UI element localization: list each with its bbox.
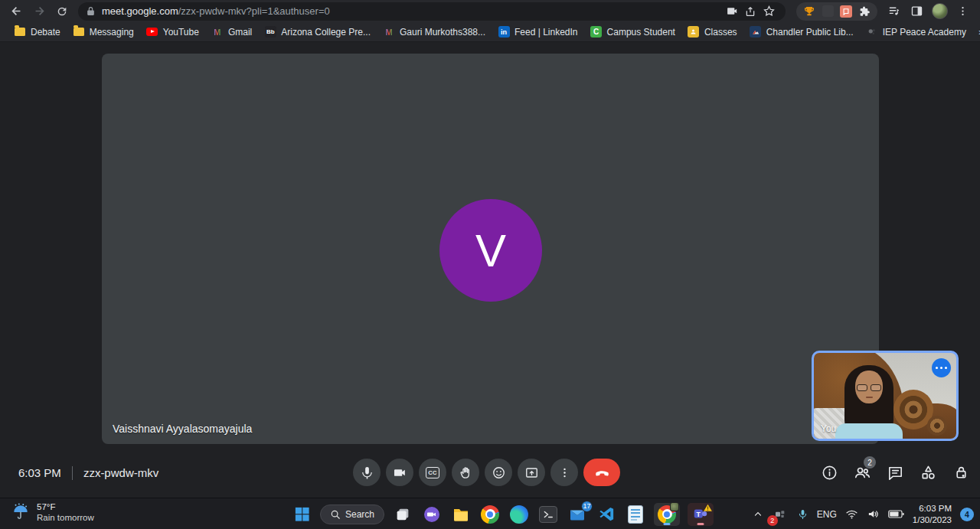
library-icon xyxy=(750,26,762,38)
dim-extension-icon[interactable] xyxy=(818,3,837,20)
mail-unread-badge: 17 xyxy=(581,501,593,512)
trophy-extension-icon[interactable] xyxy=(800,3,818,20)
tray-language[interactable]: ENG xyxy=(817,509,837,520)
notepad-icon[interactable] xyxy=(625,504,646,525)
bookmark-iep-peace-academy[interactable]: IEP Peace Academy xyxy=(860,24,972,41)
host-controls-button[interactable] xyxy=(951,459,971,486)
self-view-options-button[interactable] xyxy=(932,358,951,377)
end-call-button[interactable] xyxy=(583,459,620,486)
meeting-details-button[interactable] xyxy=(819,459,839,486)
tray-teams-icon[interactable]: 2 xyxy=(772,506,789,523)
gmail-icon: M xyxy=(383,26,395,38)
edge-icon[interactable] xyxy=(508,504,530,525)
meeting-panels: 2 xyxy=(819,459,971,486)
meet-control-bar: 6:03 PM zzx-pwdw-mkv CC xyxy=(0,448,980,498)
raise-hand-button[interactable] xyxy=(452,459,479,486)
teams-warning-icon xyxy=(703,503,713,513)
self-view-tile[interactable]: You xyxy=(812,351,959,441)
bookmark-label: Campus Student xyxy=(607,27,675,38)
self-person-mouth xyxy=(866,397,873,398)
bookmark-campus-student[interactable]: C Campus Student xyxy=(584,24,681,41)
bookmark-arizona-college[interactable]: Bb Arizona College Pre... xyxy=(258,24,377,41)
vscode-icon[interactable] xyxy=(596,504,617,525)
divider xyxy=(72,466,73,480)
youtube-icon xyxy=(146,26,158,38)
bookmarks-overflow-chevron[interactable]: » xyxy=(972,26,980,38)
chrome-tab-preview-badge xyxy=(670,502,679,511)
wifi-icon[interactable] xyxy=(845,508,858,521)
bookmark-star-icon[interactable] xyxy=(760,3,778,20)
bookmarks-bar: Debate Messaging YouTube M Gmail Bb Ariz… xyxy=(0,22,980,42)
share-icon[interactable] xyxy=(741,3,760,20)
volume-icon[interactable] xyxy=(867,508,880,521)
classes-icon xyxy=(688,26,700,38)
windows-taskbar: 57°F Rain tomorrow Search xyxy=(0,498,980,529)
headboard-scroll-carving-small xyxy=(927,416,947,436)
bookmark-label: Chandler Public Lib... xyxy=(766,27,854,38)
captions-button[interactable]: CC xyxy=(419,459,446,486)
media-playlist-icon[interactable] xyxy=(884,2,903,21)
tray-clock[interactable]: 6:03 PM 1/30/2023 xyxy=(913,503,952,526)
microphone-button[interactable] xyxy=(353,459,381,486)
taskbar-search[interactable]: Search xyxy=(320,505,384,524)
tray-chevron-icon[interactable] xyxy=(753,509,763,520)
search-icon xyxy=(330,509,341,520)
blackboard-icon: Bb xyxy=(264,26,276,38)
start-button[interactable] xyxy=(291,504,312,525)
camera-button[interactable] xyxy=(386,459,413,486)
task-view-button[interactable] xyxy=(392,504,413,525)
extensions-puzzle-icon[interactable] xyxy=(855,3,874,20)
bookmark-classes[interactable]: Classes xyxy=(681,24,743,41)
chat-app-icon[interactable] xyxy=(421,504,443,525)
meet-page: V Vaisshnavi Ayyalasomayajula You 6:03 P… xyxy=(0,42,980,498)
meeting-code: zzx-pwdw-mkv xyxy=(83,466,158,479)
participant-tile: V Vaisshnavi Ayyalasomayajula xyxy=(102,54,879,444)
bookmark-youtube[interactable]: YouTube xyxy=(140,24,205,41)
more-options-button[interactable] xyxy=(550,459,578,486)
reactions-button[interactable] xyxy=(485,459,512,486)
url-path: /zzx-pwdw-mkv?pli=1&authuser=0 xyxy=(178,5,330,17)
mail-icon[interactable]: 17 xyxy=(567,504,588,525)
camera-in-use-icon[interactable] xyxy=(723,3,741,20)
teams-active-window[interactable]: T xyxy=(688,503,714,526)
iep-icon xyxy=(866,26,878,38)
chrome-icon[interactable] xyxy=(479,504,501,525)
browser-menu-icon[interactable] xyxy=(952,2,972,21)
terminal-icon[interactable] xyxy=(537,504,559,525)
url-host: meet.google.com xyxy=(102,5,178,17)
bookmark-gmail[interactable]: M Gmail xyxy=(205,24,258,41)
activities-button[interactable] xyxy=(918,459,938,486)
bookmark-linkedin-feed[interactable]: in Feed | LinkedIn xyxy=(492,24,584,41)
tray-microphone-icon[interactable] xyxy=(797,508,808,520)
present-screen-button[interactable] xyxy=(518,459,545,486)
taskbar-weather-widget[interactable]: 57°F Rain tomorrow xyxy=(11,501,94,524)
bookmark-debate[interactable]: Debate xyxy=(8,24,67,41)
active-indicator xyxy=(664,523,671,525)
battery-icon[interactable] xyxy=(888,508,904,520)
chat-button[interactable] xyxy=(885,459,905,486)
teams-notification-badge: 2 xyxy=(767,515,778,526)
file-explorer-icon[interactable] xyxy=(450,504,472,525)
forward-button[interactable] xyxy=(29,2,49,21)
notification-count-badge[interactable]: 4 xyxy=(960,508,974,521)
system-tray: 2 ENG 6:03 PM 1/30/2023 4 xyxy=(753,498,974,529)
search-label: Search xyxy=(345,509,374,520)
bookmark-messaging[interactable]: Messaging xyxy=(67,24,140,41)
avatar-letter: V xyxy=(475,224,506,277)
chrome-active-window[interactable] xyxy=(654,503,680,526)
profile-avatar[interactable] xyxy=(929,2,949,21)
folder-icon xyxy=(14,26,26,38)
bookmark-chandler-library[interactable]: Chandler Public Lib... xyxy=(743,24,860,41)
participant-avatar: V xyxy=(439,199,542,302)
weather-description: Rain tomorrow xyxy=(37,512,94,523)
address-bar[interactable]: meet.google.com/zzx-pwdw-mkv?pli=1&authu… xyxy=(78,2,786,21)
salmon-extension-icon[interactable] xyxy=(837,3,855,20)
side-panel-icon[interactable] xyxy=(906,2,926,21)
campus-icon: C xyxy=(590,26,603,38)
glasses-left-lens xyxy=(857,384,867,391)
back-button[interactable] xyxy=(6,2,26,21)
participants-button[interactable]: 2 xyxy=(852,459,872,486)
bookmark-gauri-murkoths[interactable]: M Gauri Murkoths388... xyxy=(377,24,492,41)
refresh-button[interactable] xyxy=(52,2,72,21)
rain-umbrella-icon xyxy=(11,502,31,522)
